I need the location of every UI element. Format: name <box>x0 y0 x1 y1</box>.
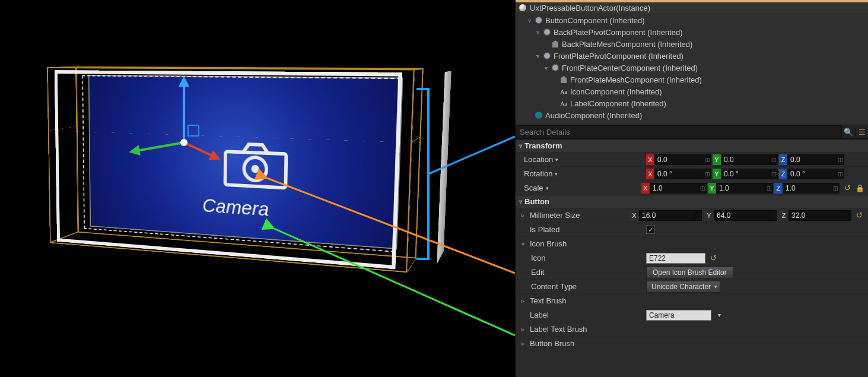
rotation-y-input[interactable] <box>721 169 771 179</box>
component-tree[interactable]: ▿ButtonComponent (Inherited)▿BackPlatePi… <box>516 13 868 125</box>
tree-node-label: FrontPlatePivotComponent (Inherited) <box>554 52 683 61</box>
chevron-down-icon[interactable]: ▿ <box>522 240 527 247</box>
rotation-x-input[interactable] <box>654 169 704 179</box>
scale-z-input[interactable] <box>783 183 832 194</box>
edit-label: Edit <box>531 268 544 277</box>
details-panel: UxtPressableButtonActor(Instance) ▿Butto… <box>515 0 868 377</box>
tree-node-label: ButtonComponent (Inherited) <box>545 16 645 25</box>
tree-node-label: LabelComponent (Inherited) <box>570 99 666 108</box>
expand-icon[interactable]: ▿ <box>526 17 532 24</box>
location-y-input[interactable] <box>721 154 771 165</box>
label-text-brush-label: Label Text Brush <box>530 325 587 334</box>
chevron-right-icon[interactable]: ▹ <box>522 212 527 218</box>
icon-brush-label: Icon Brush <box>530 239 567 248</box>
dropdown-icon[interactable]: ▾ <box>555 171 558 177</box>
mm-y-input[interactable] <box>714 210 770 221</box>
viewport-3d[interactable]: Camera <box>0 0 515 377</box>
search-row: 🔍 ☰ <box>516 125 868 139</box>
rotation-vector: X◫ Y◫ Z◫ <box>646 169 844 179</box>
category-button-label: Button <box>524 197 549 206</box>
tree-node-label: BackPlateMeshComponent (Inherited) <box>562 40 692 49</box>
label-label: Label <box>530 311 549 319</box>
row-location: Location▾ X◫ Y◫ Z◫ <box>516 152 868 166</box>
label-dropdown-icon[interactable]: ▾ <box>714 312 724 318</box>
tree-node[interactable]: ▿FrontPlateCenterComponent (Inherited) <box>540 62 868 74</box>
tree-node-label: IconComponent (Inherited) <box>570 87 662 96</box>
mm-z-input[interactable] <box>788 210 844 221</box>
chevron-right-icon[interactable]: ▹ <box>522 326 527 332</box>
row-icon-brush: ▿Icon Brush <box>516 236 868 251</box>
reset-icon-icon[interactable]: ↺ <box>708 253 718 264</box>
chevron-down-icon: ▾ <box>714 284 717 290</box>
category-transform-label: Transform <box>524 141 562 150</box>
chevron-right-icon[interactable]: ▹ <box>522 297 527 304</box>
audio-component-icon <box>535 112 542 119</box>
content-type-combo[interactable]: Unicode Character ▾ <box>646 281 720 293</box>
category-transform[interactable]: ▿ Transform <box>516 139 868 152</box>
search-icon[interactable]: 🔍 <box>842 128 855 137</box>
front-plate-frame <box>55 70 403 270</box>
scene-root: Camera <box>43 68 434 288</box>
row-label-text-brush: ▹Label Text Brush <box>516 322 868 336</box>
row-icon: Icon ↺ <box>516 251 868 265</box>
scene-component-icon <box>552 64 559 71</box>
button-props: ▹Millimeter Size X Y Z ↺ Is Plated ▿Icon… <box>516 208 868 350</box>
row-label: Label ▾ <box>516 308 868 322</box>
row-edit: Edit Open Icon Brush Editor <box>516 265 868 279</box>
row-button-brush: ▹Button Brush <box>516 336 868 350</box>
gizmo-xy-plane[interactable] <box>187 125 199 137</box>
tree-node[interactable]: BackPlateMeshComponent (Inherited) <box>540 38 868 50</box>
tree-node[interactable]: AaLabelComponent (Inherited) <box>549 97 868 109</box>
is-plated-checkbox[interactable] <box>646 225 655 234</box>
scale-x-input[interactable] <box>650 183 700 194</box>
dropdown-icon[interactable]: ▾ <box>555 157 558 163</box>
location-vector: X◫ Y◫ Z◫ <box>646 154 844 165</box>
button-brush-label: Button Brush <box>530 339 574 348</box>
scale-y-input[interactable] <box>716 183 766 194</box>
expand-icon[interactable]: ▿ <box>535 53 540 59</box>
actor-icon <box>519 4 526 11</box>
category-button[interactable]: ▿ Button <box>516 195 868 208</box>
tree-node[interactable]: FrontPlateMeshComponent (Inherited) <box>549 74 868 85</box>
search-input[interactable] <box>516 125 842 138</box>
reset-scale-icon[interactable]: ↺ <box>842 183 853 194</box>
location-z-input[interactable] <box>787 154 837 165</box>
row-millimeter-size: ▹Millimeter Size X Y Z ↺ <box>516 208 868 222</box>
dropdown-icon[interactable]: ▾ <box>546 185 549 191</box>
reset-mm-icon[interactable]: ↺ <box>854 210 864 221</box>
mm-x-input[interactable] <box>639 210 695 221</box>
tree-node-label: BackPlatePivotComponent (Inherited) <box>554 28 683 37</box>
row-content-type: Content Type Unicode Character ▾ <box>516 279 868 293</box>
tree-node[interactable]: ▿BackPlatePivotComponent (Inherited) <box>532 26 868 38</box>
location-label: Location <box>524 155 553 164</box>
tree-node[interactable]: AudioComponent (Inherited) <box>524 109 868 121</box>
lock-scale-icon[interactable]: 🔒 <box>855 183 864 193</box>
actor-name: UxtPressableButtonActor(Instance) <box>530 4 650 12</box>
label-input[interactable] <box>646 310 711 321</box>
open-icon-brush-editor-button[interactable]: Open Icon Brush Editor <box>646 267 733 278</box>
tree-node[interactable]: ▿FrontPlatePivotComponent (Inherited) <box>532 50 868 62</box>
rotation-label: Rotation <box>524 169 552 178</box>
is-plated-label: Is Plated <box>530 225 560 234</box>
content-type-label: Content Type <box>531 282 577 291</box>
location-x-input[interactable] <box>654 154 704 165</box>
row-scale: Scale▾ X◫ Y◫ Z◫ ↺ 🔒 <box>516 180 868 195</box>
scale-vector: X◫ Y◫ Z◫ <box>641 183 840 194</box>
chevron-right-icon[interactable]: ▹ <box>522 340 527 347</box>
icon-input[interactable] <box>646 253 705 264</box>
text-component-icon: Aa <box>560 88 567 95</box>
tree-node[interactable]: ▿ButtonComponent (Inherited) <box>524 14 868 26</box>
tree-node-label: FrontPlateMeshComponent (Inherited) <box>570 75 702 84</box>
tree-node[interactable]: AaIconComponent (Inherited) <box>549 85 868 97</box>
actor-bounds-box: Camera <box>62 66 419 265</box>
transform-props: Location▾ X◫ Y◫ Z◫ Rotation▾ X◫ Y◫ Z◫ Sc… <box>516 152 868 195</box>
actor-header-row[interactable]: UxtPressableButtonActor(Instance) <box>516 2 868 13</box>
expand-icon[interactable]: ▿ <box>535 29 540 36</box>
tree-node-label: AudioComponent (Inherited) <box>545 111 642 120</box>
millimeter-size-label: Millimeter Size <box>530 211 580 220</box>
view-options-icon[interactable]: ☰ <box>855 128 868 137</box>
expand-icon[interactable]: ▿ <box>543 65 549 71</box>
rotation-z-input[interactable] <box>787 169 837 179</box>
scene-component-icon <box>543 52 551 59</box>
gizmo-origin[interactable] <box>180 139 187 146</box>
